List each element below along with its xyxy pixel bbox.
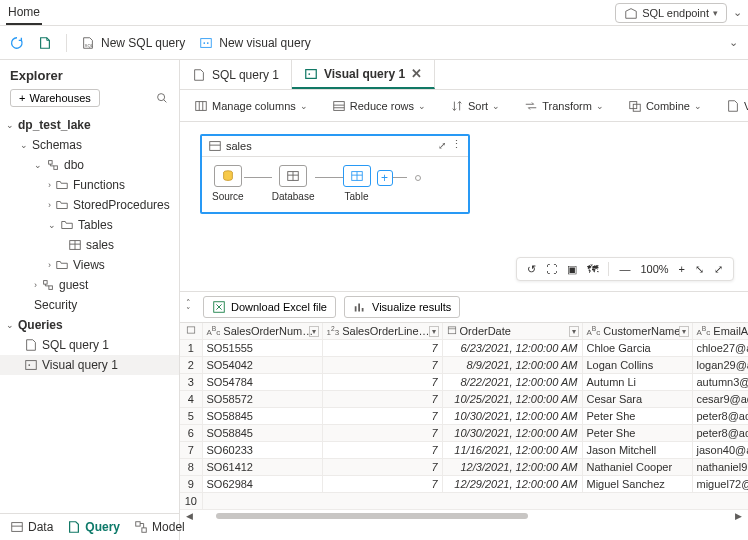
cell: Nathaniel Cooper	[582, 459, 692, 476]
col-header[interactable]: ABc CustomerName▾	[582, 323, 692, 340]
svg-rect-9	[49, 286, 53, 290]
map-icon[interactable]: 🗺	[587, 263, 598, 275]
table-row[interactable]: 9SO62984712/29/2021, 12:00:00 AMMiguel S…	[180, 476, 748, 493]
tree-dbo[interactable]: ⌄dbo	[0, 155, 179, 175]
reduce-rows-button[interactable]: Reduce rows⌄	[326, 96, 432, 116]
bottom-tab-data[interactable]: Data	[10, 520, 53, 534]
combine-button[interactable]: Combine⌄	[622, 96, 708, 116]
tree-functions[interactable]: ›Functions	[0, 175, 179, 195]
table-icon	[208, 139, 222, 153]
table-row[interactable]: 5SO58845710/30/2021, 12:00:00 AMPeter Sh…	[180, 408, 748, 425]
tree-sprocs[interactable]: ›StoredProcedures	[0, 195, 179, 215]
chevron-down-icon[interactable]: ▾	[679, 326, 689, 337]
row-number: 2	[180, 357, 202, 374]
pan-icon[interactable]: ⛶	[546, 263, 557, 275]
cell: SO61412	[202, 459, 322, 476]
svg-rect-12	[12, 523, 23, 532]
visual-query-canvas[interactable]: sales ⤢ ⋮ Source Database Table + ↺ ⛶	[180, 122, 748, 292]
manage-columns-button[interactable]: Manage columns⌄	[188, 96, 314, 116]
table-row[interactable]: 4SO58572710/25/2021, 12:00:00 AMCesar Sa…	[180, 391, 748, 408]
table-row[interactable]: 6SO58845710/30/2021, 12:00:00 AMPeter Sh…	[180, 425, 748, 442]
tree-root[interactable]: ⌄dp_test_lake	[0, 115, 179, 135]
stage-source[interactable]: Source	[212, 165, 244, 202]
row-header-corner[interactable]	[180, 323, 202, 340]
cell: SO54784	[202, 374, 322, 391]
tree-queries[interactable]: ⌄Queries	[0, 315, 179, 335]
table-row[interactable]: 8SO61412712/3/2021, 12:00:00 AMNathaniel…	[180, 459, 748, 476]
view-sql-button[interactable]: View SQL	[720, 96, 748, 116]
row-number: 6	[180, 425, 202, 442]
transform-icon	[524, 99, 538, 113]
pipeline-end	[415, 175, 421, 181]
new-visual-query-button[interactable]: New visual query	[199, 36, 310, 50]
transform-button[interactable]: Transform⌄	[518, 96, 610, 116]
chevron-down-icon[interactable]: ▾	[569, 326, 579, 337]
stage-table[interactable]: Table	[343, 165, 371, 202]
visual-query-icon	[199, 36, 213, 50]
tree-sql-query-1[interactable]: SQL query 1	[0, 335, 179, 355]
chevron-down-icon[interactable]: ⌄	[733, 6, 742, 19]
svg-rect-1	[201, 38, 212, 47]
add-step-button[interactable]: +	[377, 170, 393, 186]
svg-rect-28	[448, 327, 456, 334]
chevron-down-icon[interactable]: ▾	[429, 326, 439, 337]
home-tab[interactable]: Home	[6, 1, 42, 25]
mode-label: SQL endpoint	[642, 7, 709, 19]
zoom-in-button[interactable]: +	[679, 263, 685, 275]
results-grid[interactable]: ABc SalesOrderNumber▾ 123 SalesOrderLine…	[180, 322, 748, 540]
tree-schemas[interactable]: ⌄Schemas	[0, 135, 179, 155]
tree-views[interactable]: ›Views	[0, 255, 179, 275]
bottom-tab-model[interactable]: Model	[134, 520, 185, 534]
toolbar-overflow[interactable]: ⌄	[729, 36, 738, 49]
editor-tab-sql-1[interactable]: SQL query 1	[180, 60, 292, 89]
chevron-down-icon[interactable]: ▾	[309, 326, 319, 337]
pipeline-sales[interactable]: sales ⤢ ⋮ Source Database Table +	[200, 134, 470, 214]
col-header[interactable]: 123 SalesOrderLineNumber▾	[322, 323, 442, 340]
refresh-button[interactable]	[10, 36, 24, 50]
collapse-icon[interactable]: ⤢	[438, 140, 446, 151]
more-icon[interactable]: ⋮	[451, 138, 462, 151]
visualize-results-button[interactable]: Visualize results	[344, 296, 460, 318]
new-sql-query-button[interactable]: SQL New SQL query	[81, 36, 185, 50]
tree-table-sales[interactable]: sales	[0, 235, 179, 255]
fit-icon[interactable]: ▣	[567, 263, 577, 276]
col-header[interactable]: ABc SalesOrderNumber▾	[202, 323, 322, 340]
tree-guest[interactable]: ›guest	[0, 275, 179, 295]
zoom-out-button[interactable]: —	[619, 263, 630, 275]
new-item-button[interactable]	[38, 36, 52, 50]
search-icon[interactable]	[155, 91, 169, 105]
horizontal-scrollbar[interactable]: ◀▶	[180, 510, 748, 522]
editor-tab-visual-1[interactable]: Visual query 1 ✕	[292, 60, 435, 89]
table-row[interactable]: 3SO5478478/22/2021, 12:00:00 AMAutumn Li…	[180, 374, 748, 391]
collapse-diag-icon[interactable]: ⤡	[695, 263, 704, 276]
tree-visual-query-1[interactable]: Visual query 1	[0, 355, 179, 375]
add-warehouse-button[interactable]: + Warehouses	[10, 89, 100, 107]
folder-icon	[60, 218, 74, 232]
tree-tables[interactable]: ⌄Tables	[0, 215, 179, 235]
table-row[interactable]: 10	[180, 493, 748, 510]
cell: Peter She	[582, 408, 692, 425]
table-row[interactable]: 2SO5404278/9/2021, 12:00:00 AMLogan Coll…	[180, 357, 748, 374]
plus-icon: +	[19, 92, 25, 104]
sort-button[interactable]: Sort⌄	[444, 96, 506, 116]
mode-selector[interactable]: SQL endpoint ▾	[615, 3, 727, 23]
fullscreen-icon[interactable]: ⤢	[714, 263, 723, 276]
close-icon[interactable]: ✕	[411, 66, 422, 81]
combine-icon	[628, 99, 642, 113]
cell: logan29@adventure	[692, 357, 748, 374]
bottom-tab-query[interactable]: Query	[67, 520, 120, 534]
chart-icon	[353, 300, 367, 314]
table-row[interactable]: 7SO60233711/16/2021, 12:00:00 AMJason Mi…	[180, 442, 748, 459]
reset-view-icon[interactable]: ↺	[527, 263, 536, 276]
col-header[interactable]: ABc EmailAddress▾	[692, 323, 748, 340]
cell: peter8@adventure-v	[692, 425, 748, 442]
col-header[interactable]: OrderDate▾	[442, 323, 582, 340]
tree-security[interactable]: Security	[0, 295, 179, 315]
row-number: 4	[180, 391, 202, 408]
collapse-results-button[interactable]: ˄˅	[186, 299, 191, 315]
table-row[interactable]: 1SO5155576/23/2021, 12:00:00 AMChloe Gar…	[180, 340, 748, 357]
stage-database[interactable]: Database	[272, 165, 315, 202]
svg-rect-27	[187, 327, 195, 333]
download-excel-button[interactable]: Download Excel file	[203, 296, 336, 318]
row-number: 8	[180, 459, 202, 476]
